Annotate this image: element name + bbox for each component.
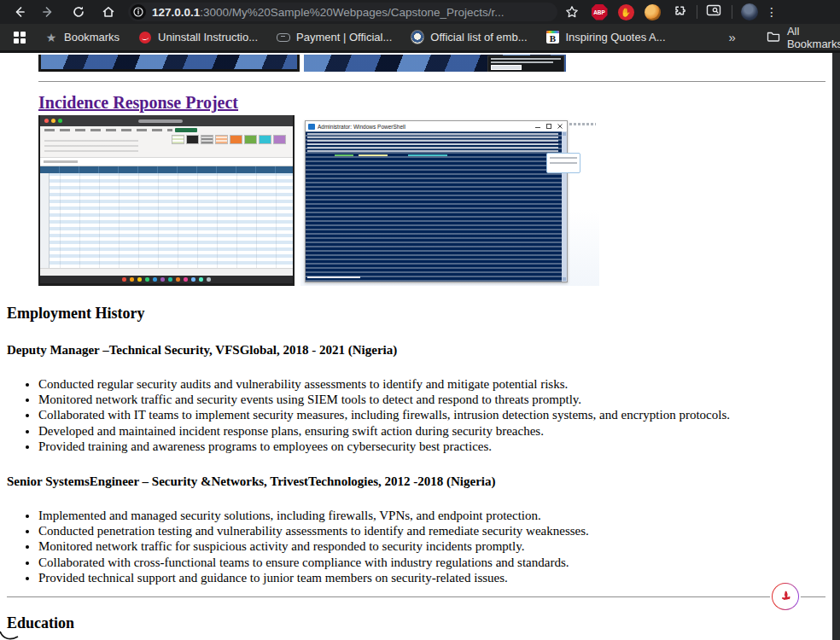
star-icon [565,5,579,19]
orange-extension-button[interactable] [642,2,662,22]
excel-header-row [40,166,293,173]
keyboard-image-partial [38,55,300,72]
close-traffic-light-icon [44,119,49,123]
extensions-menu-button[interactable] [668,2,689,22]
incidence-response-project-link[interactable]: Incidence Response Project [38,93,238,112]
url-host: 127.0.0.1 [152,6,200,19]
keyboard-image-partial [304,55,566,72]
maximize-icon [546,124,551,129]
site-info-icon[interactable] [131,4,146,20]
hand-stop-icon: ✋ [618,4,634,20]
table-style-swatches [172,135,286,144]
excel-titlebar [40,115,293,126]
bookmark-item-inspiring-quotes[interactable]: B Inspiring Quotes A... [546,31,666,44]
home-icon [102,5,115,19]
powershell-titlebar: Administrator: Windows PowerShell [306,121,567,131]
bookmark-label: Official list of emb... [430,31,527,44]
duty-item: Provided technical support and guidance … [38,570,832,585]
education-heading: Education [7,614,832,632]
page-scrollbar[interactable] [832,53,840,640]
orange-extension-icon [645,4,661,20]
bookmark-label: Payment | Official... [296,31,392,44]
bookmark-item-official-list[interactable]: Official list of emb... [411,31,527,44]
bookmark-label: Bookmarks [64,31,120,44]
toolbar-divider [697,5,697,19]
project-heading: Incidence Response Project [38,93,832,113]
duty-item: Monitored network traffic and security e… [38,392,832,407]
bookmark-star-button[interactable] [561,2,583,22]
puzzle-icon [672,3,686,21]
reload-button[interactable] [67,2,90,22]
forward-button[interactable] [38,2,60,22]
excel-log-screenshot [38,115,295,286]
address-bar[interactable]: 127.0.0.1:3000/My%20Sample%20Webpages/Ca… [128,3,557,21]
macos-dock [40,276,293,283]
duty-item: Collaborated with IT teams to implement … [38,407,832,422]
red-circle-favicon [138,31,152,44]
bookmark-item-payment[interactable]: Payment | Official... [277,31,392,44]
toolbar-divider [732,5,732,19]
home-button[interactable] [97,2,120,22]
job-duties-list: Implemented and managed security solutio… [7,508,832,585]
powershell-app-icon [308,124,315,130]
bookmark-label: Uninstall Instructio... [158,31,258,44]
close-icon [557,124,563,129]
powershell-window-title: Administrator: Windows PowerShell [318,124,535,130]
small-popup-box [546,153,580,173]
minimize-icon [535,124,540,129]
seal-favicon [411,31,424,44]
adobe-acrobat-badge[interactable] [772,583,799,610]
bookmark-item-uninstall[interactable]: Uninstall Instructio... [138,31,258,44]
url-path: :3000/My%20Sample%20Webpages/Capstone_Pr… [200,6,504,19]
apps-grid-icon[interactable] [14,32,26,44]
back-button[interactable] [8,2,30,22]
adblock-plus-icon: ABP [592,4,608,20]
terminal-snippet [487,55,564,72]
bookmarks-overflow-chevron[interactable]: » [729,30,736,44]
side-panel-button[interactable] [703,2,724,22]
minimize-traffic-light-icon [51,119,55,123]
section-divider [38,81,825,82]
duty-item: Implemented and managed security solutio… [38,508,832,523]
zoom-traffic-light-icon [58,119,62,123]
powershell-output [306,131,562,282]
powershell-screenshot: Administrator: Windows PowerShell [300,115,599,286]
browser-menu-button[interactable]: ⋮ [766,5,778,19]
duty-item: Conducted penetration testing and vulner… [38,523,832,538]
forward-icon [42,5,55,19]
letter-b-favicon: B [546,31,560,44]
decorative-curve [0,630,19,640]
excel-status-bar [40,268,293,276]
all-bookmarks-button[interactable]: All Bookmarks [767,25,840,50]
duty-item: Developed and maintained incident respon… [38,423,832,439]
search-tabs-icon [706,3,721,20]
job-title-senior-systems-engineer: Senior SystemsEngineer – Security &Netwo… [7,474,832,489]
powershell-window: Administrator: Windows PowerShell [305,120,568,282]
browser-toolbar: 127.0.0.1:3000/My%20Sample%20Webpages/Ca… [0,0,840,24]
duty-item: Collaborated with cross-functional teams… [38,555,832,570]
resume-page: Incidence Response Project [0,53,832,640]
bookmarks-bar: ★ Bookmarks Uninstall Instructio... Paym… [0,24,840,53]
reload-icon [72,5,85,19]
employment-history-heading: Employment History [7,305,832,323]
star-favicon: ★ [44,31,58,44]
project-screenshots: Administrator: Windows PowerShell [38,115,832,286]
acrobat-logo-icon [779,590,793,603]
job-title-deputy-manager: Deputy Manager –Technical Security, VFSG… [7,343,832,358]
bookmark-item-bookmarks[interactable]: ★ Bookmarks [44,31,120,44]
excel-ribbon [40,126,293,158]
adblock-extension-button[interactable]: ✋ [615,2,636,22]
job-duties-list: Conducted regular security audits and vu… [7,376,832,454]
link-favicon [277,31,290,44]
duty-item: Monitored network traffic for suspicious… [38,538,832,554]
excel-data-grid [40,166,293,268]
adblock-plus-extension-button[interactable]: ABP [589,2,610,22]
folder-icon [767,31,787,44]
excel-formula-bar [40,158,293,166]
back-icon [12,5,26,19]
previous-project-images [38,55,832,72]
section-divider [7,596,825,597]
duty-item: Conducted regular security audits and vu… [38,376,832,392]
duty-item: Provided training and awareness programs… [38,439,832,454]
profile-avatar[interactable] [741,3,758,20]
